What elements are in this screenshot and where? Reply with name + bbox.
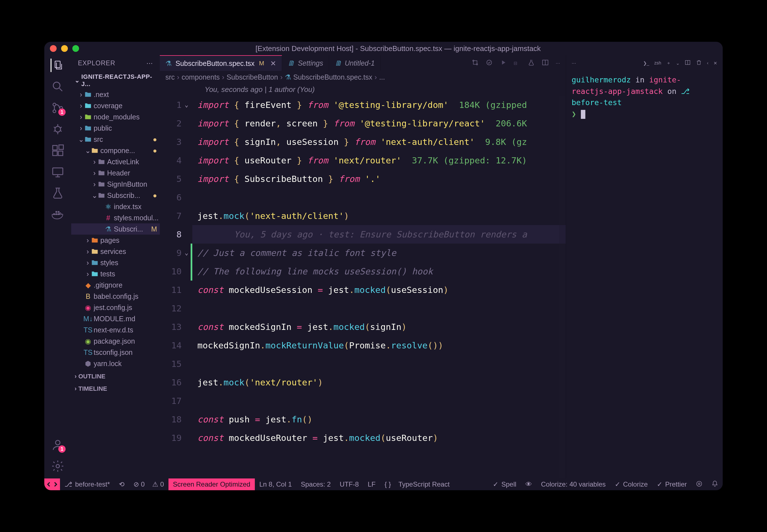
folder-item[interactable]: ⌄compone...● (71, 145, 160, 156)
line-number[interactable]: 9⌄ (160, 244, 187, 262)
folder-item[interactable]: ›services (71, 246, 160, 257)
explorer-icon[interactable] (50, 59, 64, 72)
code-line[interactable]: jest.mock('next-auth/client') (192, 207, 566, 225)
folder-item[interactable]: ›Header (71, 167, 160, 179)
breadcrumb-segment[interactable]: SubscribeButton (227, 73, 278, 81)
close-terminal-icon[interactable]: ✕ (713, 61, 717, 66)
file-item[interactable]: ⚗Subscri...M (71, 223, 160, 235)
file-item[interactable]: ⬢yarn.lock (71, 358, 160, 369)
prettier-status[interactable]: ✓Prettier (652, 480, 691, 488)
split-editor-icon[interactable] (542, 59, 549, 67)
line-number[interactable]: 6 (160, 188, 187, 207)
code-line[interactable]: import { fireEvent } from '@testing-libr… (192, 96, 566, 114)
file-item[interactable]: M↓MODULE.md (71, 313, 160, 324)
folder-item[interactable]: ›styles (71, 257, 160, 268)
branch-status[interactable]: ⎇before-test* (60, 478, 114, 490)
code-line[interactable]: const mockedUseRouter = jest.mocked(useR… (192, 429, 566, 447)
breadcrumb-segment[interactable]: SubscribeButton.spec.tsx (293, 73, 372, 81)
breadcrumb-segment[interactable]: ... (379, 73, 385, 81)
file-item[interactable]: #styles.modul... (71, 212, 160, 223)
folder-item[interactable]: ›public (71, 122, 160, 134)
fold-icon[interactable]: ⌄ (185, 250, 188, 256)
settings-gear-icon[interactable] (51, 459, 64, 473)
encoding-status[interactable]: UTF-8 (335, 478, 363, 490)
code-line[interactable]: jest.mock('next/router') (192, 373, 566, 392)
file-item[interactable]: Bbabel.config.js (71, 291, 160, 302)
code-line[interactable] (192, 392, 566, 410)
code-line[interactable]: You, 5 days ago · test: Ensure Subscribe… (192, 225, 566, 244)
file-item[interactable]: ⚛index.tsx (71, 201, 160, 212)
compare-changes-icon[interactable] (472, 59, 479, 67)
folder-item[interactable]: ›SignInButton (71, 179, 160, 190)
minimize-window-button[interactable] (61, 45, 68, 52)
debug-icon[interactable] (51, 122, 64, 136)
line-number[interactable]: 2 (160, 114, 187, 133)
remote-icon[interactable] (51, 165, 64, 179)
minimap[interactable] (559, 96, 566, 478)
code-line[interactable] (192, 299, 566, 318)
editor-body[interactable]: 1⌄23456789⌄10111213141516171819 import {… (160, 96, 566, 478)
timeline-section[interactable]: › TIMELINE (71, 383, 160, 395)
folder-item[interactable]: ›.next (71, 89, 160, 100)
line-number[interactable]: 18 (160, 410, 187, 429)
sync-status[interactable]: ⟲ (114, 478, 129, 490)
line-number[interactable]: 16 (160, 373, 187, 392)
eol-status[interactable]: LF (363, 478, 380, 490)
code-line[interactable] (192, 355, 566, 373)
folder-item[interactable]: ›pages (71, 235, 160, 246)
screen-reader-status[interactable]: Screen Reader Optimized (168, 478, 255, 490)
folder-item[interactable]: ⌄src● (71, 134, 160, 145)
split-icon[interactable]: ⊟ (514, 61, 521, 66)
tab-subscribebutton-spec-tsx[interactable]: ⚗SubscribeButton.spec.tsxM✕ (160, 55, 282, 71)
folder-item[interactable]: ›coverage (71, 100, 160, 111)
terminal-dropdown-icon[interactable]: ⌄ (676, 61, 680, 66)
search-icon[interactable] (51, 80, 64, 93)
tab-settings[interactable]: 🗎Settings (282, 55, 329, 71)
code-line[interactable]: const push = jest.fn() (192, 410, 566, 429)
problems-status[interactable]: ⊘ 0 ⚠ 0 (129, 478, 168, 490)
line-number[interactable]: 8 (160, 225, 187, 244)
indent-status[interactable]: Spaces: 2 (296, 478, 335, 490)
folder-item[interactable]: ›ActiveLink (71, 156, 160, 167)
line-number[interactable]: 14 (160, 336, 187, 355)
file-item[interactable]: TSnext-env.d.ts (71, 324, 160, 336)
code-line[interactable]: import { SubscribeButton } from '.' (192, 170, 566, 188)
code-line[interactable]: import { useRouter } from 'next/router' … (192, 151, 566, 170)
breadcrumb-segment[interactable]: src (165, 73, 175, 81)
code-content[interactable]: import { fireEvent } from '@testing-libr… (192, 96, 566, 478)
colorize2-status[interactable]: ✓Colorize (610, 480, 652, 488)
line-number[interactable]: 19 (160, 429, 187, 447)
line-number[interactable]: 7 (160, 207, 187, 225)
file-item[interactable]: ◉package.json (71, 336, 160, 347)
folder-item[interactable]: ›node_modules (71, 111, 160, 122)
line-number[interactable]: 3 (160, 133, 187, 151)
test-icon[interactable] (51, 186, 64, 200)
close-tab-icon[interactable]: ✕ (270, 59, 276, 68)
open-changes-icon[interactable] (486, 59, 493, 67)
more-actions-icon[interactable]: ⋯ (146, 59, 153, 67)
spell-status[interactable]: ✓Spell (488, 480, 521, 488)
code-line[interactable]: const mockedUseSession = jest.mocked(use… (192, 281, 566, 299)
code-line[interactable]: // The following line mocks useSession()… (192, 262, 566, 281)
folder-item[interactable]: ⌄Subscrib...● (71, 190, 160, 201)
source-control-icon[interactable]: 1 (51, 101, 64, 115)
split-terminal-icon[interactable] (685, 59, 691, 67)
terminal-body[interactable]: guilhermerodz in ignite-reactjs-app-jams… (566, 71, 723, 478)
code-line[interactable]: // Just a comment as italic font style (192, 244, 566, 262)
account-icon[interactable]: 1 (51, 438, 64, 452)
line-number[interactable]: 13 (160, 318, 187, 336)
extensions-icon[interactable] (51, 144, 64, 157)
cursor-position[interactable]: Ln 8, Col 1 (255, 478, 296, 490)
breadcrumb-segment[interactable]: components (182, 73, 220, 81)
remote-indicator[interactable] (44, 478, 60, 490)
folder-item[interactable]: ›tests (71, 268, 160, 279)
code-line[interactable]: const mockedSignIn = jest.mocked(signIn) (192, 318, 566, 336)
prev-terminal-icon[interactable]: ‹ (707, 61, 708, 66)
line-number[interactable]: 1⌄ (160, 96, 187, 114)
file-item[interactable]: TStsconfig.json (71, 347, 160, 358)
lab-icon[interactable] (528, 59, 535, 67)
terminal-more-icon[interactable]: ⋯ (572, 61, 576, 66)
line-number[interactable]: 12 (160, 299, 187, 318)
bell-icon[interactable] (707, 480, 723, 487)
code-line[interactable]: mockedSignIn.mockReturnValue(Promise.res… (192, 336, 566, 355)
